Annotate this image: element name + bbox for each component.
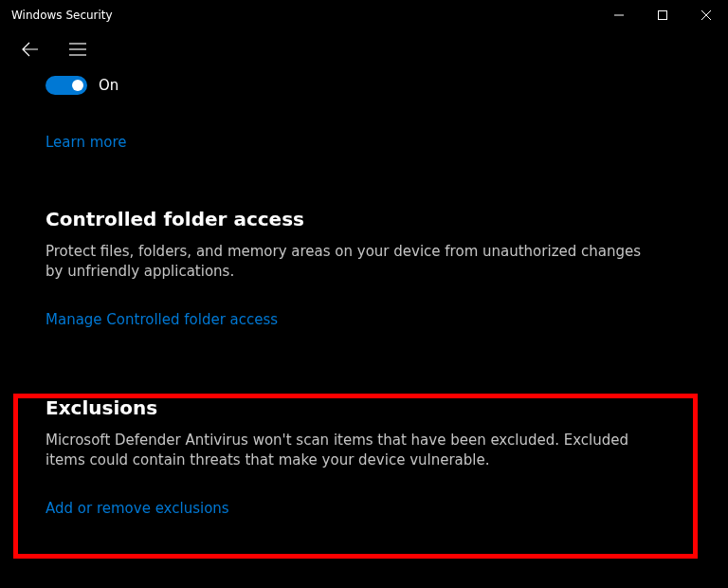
toggle-knob [72, 80, 83, 91]
window-controls [597, 0, 728, 30]
hamburger-icon [69, 43, 86, 56]
controlled-folder-description: Protect files, folders, and memory areas… [46, 242, 652, 282]
close-icon [701, 10, 711, 20]
controlled-folder-section: Controlled folder access Protect files, … [46, 208, 682, 328]
maximize-button[interactable] [641, 0, 684, 30]
maximize-icon [658, 10, 667, 20]
nav-row [0, 30, 728, 68]
hamburger-button[interactable] [59, 30, 97, 68]
toggle-label: On [99, 77, 118, 94]
minimize-button[interactable] [597, 0, 641, 30]
content-area: On Learn more Controlled folder access P… [0, 68, 728, 517]
add-remove-exclusions-link[interactable]: Add or remove exclusions [46, 500, 229, 517]
realtime-protection-toggle[interactable] [46, 76, 87, 95]
toggle-row: On [46, 76, 682, 95]
back-arrow-icon [22, 41, 39, 58]
window-title: Windows Security [11, 9, 113, 22]
exclusions-description: Microsoft Defender Antivirus won't scan … [46, 431, 652, 470]
exclusions-heading: Exclusions [46, 396, 682, 419]
exclusions-section: Exclusions Microsoft Defender Antivirus … [46, 396, 682, 517]
close-button[interactable] [684, 0, 728, 30]
titlebar: Windows Security [0, 0, 728, 30]
manage-controlled-folder-link[interactable]: Manage Controlled folder access [46, 311, 278, 328]
minimize-icon [614, 10, 624, 20]
back-button[interactable] [11, 30, 49, 68]
controlled-folder-heading: Controlled folder access [46, 208, 682, 230]
learn-more-link[interactable]: Learn more [46, 134, 127, 151]
svg-rect-1 [659, 11, 667, 20]
